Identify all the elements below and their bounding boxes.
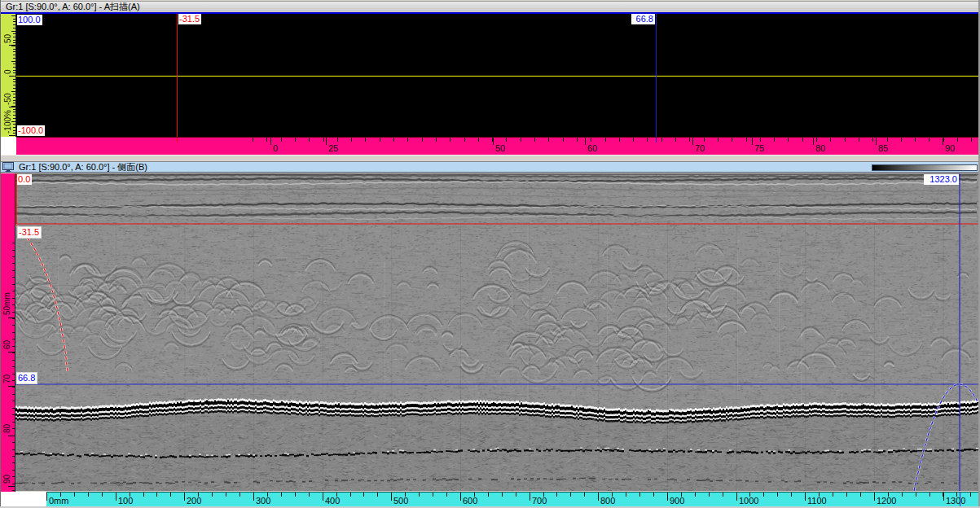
ruler-tick <box>116 493 116 501</box>
ruler-tick <box>377 493 378 497</box>
ruler-tick <box>723 493 723 497</box>
ruler-tick-label: 400 <box>325 497 340 506</box>
red-cursor-ruler-tick <box>177 138 178 142</box>
ruler-tick <box>13 42 15 43</box>
ruler-tick <box>12 298 15 299</box>
ruler-tick <box>295 493 296 497</box>
ruler-tick <box>860 493 861 497</box>
ruler-tick <box>8 386 15 387</box>
ascan-title: Gr:1 [S:90.0°, A: 60.0°] - A扫描(A) <box>6 1 140 13</box>
ruler-tick <box>12 422 15 423</box>
ruler-tick <box>433 493 433 497</box>
monitor-icon <box>2 162 15 172</box>
ruler-tick <box>337 138 338 142</box>
ruler-tick <box>12 304 15 305</box>
ruler-tick <box>266 138 267 142</box>
ruler-tick-label: 0 <box>4 69 12 74</box>
sideview-blue-gate-value: 66.8 <box>16 372 37 384</box>
ascan-blue-cursor-line[interactable] <box>656 14 657 137</box>
ruler-tick-label: 1200 <box>877 497 896 506</box>
sideview-depth-ruler[interactable]: 50mm60708090 <box>1 173 15 492</box>
ruler-tick <box>13 97 15 98</box>
ruler-tick-label: 300 <box>256 497 270 506</box>
ruler-tick <box>478 138 479 142</box>
ruler-tick <box>13 67 15 68</box>
ruler-tick <box>13 24 15 25</box>
ruler-tick <box>11 61 15 62</box>
ruler-tick <box>13 49 15 50</box>
ruler-tick <box>9 135 15 136</box>
ruler-tick <box>746 138 747 142</box>
ruler-tick <box>12 325 15 326</box>
ruler-tick <box>639 493 640 497</box>
ascan-depth-ruler[interactable]: 02550607075808590 <box>16 137 978 155</box>
ascan-red-cursor-line[interactable] <box>177 14 178 137</box>
ruler-tick <box>350 493 351 497</box>
ruler-tick <box>13 37 15 37</box>
sideview-image-area[interactable] <box>15 173 978 491</box>
ascan-amplitude-ruler[interactable]: 500-50-100% <box>1 14 16 137</box>
ruler-tick <box>902 493 903 497</box>
ruler-tick-label: 60 <box>587 144 597 153</box>
ruler-tick <box>12 263 15 264</box>
ruler-tick <box>605 138 606 142</box>
ruler-tick <box>13 94 15 94</box>
ruler-tick <box>253 493 254 501</box>
ruler-tick-label: 60 <box>3 340 11 349</box>
ruler-tick <box>915 138 916 142</box>
ruler-tick <box>802 138 803 142</box>
ruler-tick <box>12 449 15 450</box>
ruler-tick <box>916 493 916 497</box>
ruler-tick <box>13 103 15 103</box>
ruler-tick <box>647 138 648 142</box>
ruler-tick-label: -100% <box>4 110 12 134</box>
ruler-tick-label: 70 <box>695 144 705 153</box>
sideview-scan-ruler[interactable]: 0mm1002003004005006007008009001000110012… <box>46 492 978 506</box>
blue-cursor-ruler-tick <box>960 493 960 506</box>
ruler-tick <box>874 493 875 501</box>
ruler-tick <box>845 138 846 142</box>
ruler-tick <box>380 138 380 142</box>
ruler-tick <box>156 493 157 497</box>
ruler-tick <box>13 112 15 112</box>
ruler-tick <box>12 476 15 477</box>
ruler-tick <box>957 138 958 142</box>
beam-path-curve <box>16 226 68 373</box>
ruler-tick <box>816 138 817 142</box>
ruler-tick-label: 1000 <box>739 497 758 506</box>
ruler-tick-label: 85 <box>878 144 888 153</box>
ruler-tick <box>598 493 599 501</box>
ruler-tick <box>13 55 15 55</box>
ruler-tick <box>419 493 420 497</box>
sideview-overlay <box>15 173 978 491</box>
ruler-tick <box>718 138 719 142</box>
ruler-tick <box>488 493 489 497</box>
ruler-tick <box>295 138 296 142</box>
ruler-tick <box>12 442 15 443</box>
ruler-tick <box>516 493 516 497</box>
ruler-tick <box>13 118 15 119</box>
ruler-tick <box>876 138 877 145</box>
ruler-tick <box>619 138 620 142</box>
ruler-tick <box>12 243 15 243</box>
ruler-tick-label: 1100 <box>807 497 827 506</box>
ruler-tick-label: 80 <box>815 144 825 153</box>
ruler-tick <box>872 138 873 142</box>
ruler-tick <box>13 127 15 128</box>
ruler-tick-label: 800 <box>600 497 615 506</box>
ruler-tick <box>584 493 585 497</box>
ruler-tick <box>689 138 690 142</box>
palette-gradient-bar[interactable] <box>872 164 978 171</box>
ascan-titlebar[interactable]: Gr:1 [S:90.0°, A: 60.0°] - A扫描(A) <box>0 1 980 12</box>
sideview-titlebar[interactable]: Gr:1 [S:90.0°, A: 60.0°] - 侧面(B) <box>0 162 980 173</box>
ruler-tick <box>12 284 15 285</box>
ruler-tick <box>12 332 15 333</box>
ascan-plot-area[interactable] <box>16 14 978 137</box>
ruler-tick-label: 200 <box>187 497 201 506</box>
ascan-red-cursor-value: -31.5 <box>178 14 201 24</box>
ruler-tick <box>326 138 327 145</box>
ascan-amplitude-max-label: 100.0 <box>17 15 42 25</box>
ruler-tick <box>901 138 902 142</box>
window-border-left <box>0 0 1 508</box>
ruler-tick <box>774 138 775 142</box>
